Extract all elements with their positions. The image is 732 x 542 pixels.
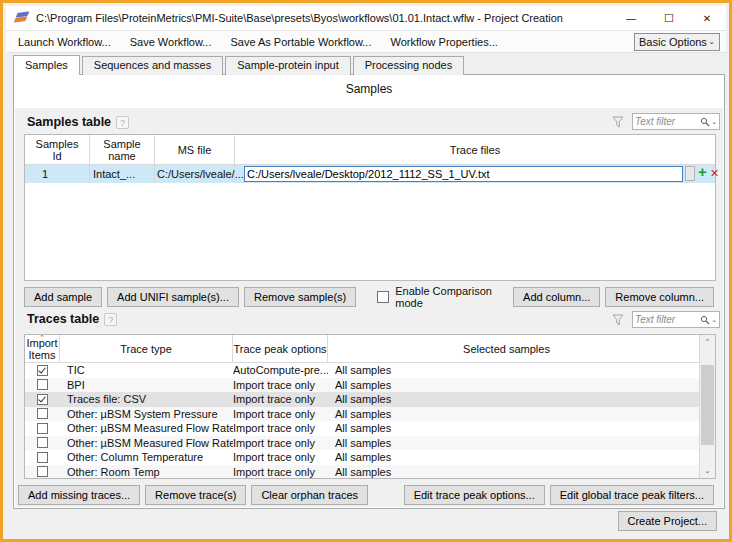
col-header-samples-id[interactable]: Samples Id: [25, 135, 90, 164]
trace-row[interactable]: Traces file: CSV Import trace only All s…: [25, 392, 699, 407]
save-workflow-button[interactable]: Save Workflow...: [130, 36, 212, 48]
sample-id-cell: 1: [25, 165, 90, 183]
add-column-button[interactable]: Add column...: [513, 287, 600, 307]
checkbox-icon[interactable]: [37, 379, 48, 390]
col-header-selected-samples[interactable]: Selected samples: [328, 335, 685, 362]
filter-funnel-icon[interactable]: [612, 314, 624, 327]
clear-orphan-traces-button[interactable]: Clear orphan traces: [251, 485, 368, 505]
trace-row[interactable]: Other: µBSM System Pressure Import trace…: [25, 407, 699, 422]
traces-table: ⌃ Import Items Trace type Trace peak opt…: [24, 334, 716, 479]
help-icon[interactable]: ?: [104, 313, 117, 326]
scroll-up-icon[interactable]: ⌃: [700, 335, 715, 349]
tab-samples[interactable]: Samples: [13, 55, 80, 75]
browse-trace-button[interactable]: [685, 166, 695, 181]
panel-heading: Samples: [14, 82, 724, 96]
filter-funnel-icon[interactable]: [612, 116, 624, 129]
samples-table: Samples Id Sample name MS file Trace fil…: [24, 134, 716, 281]
add-unifi-samples-button[interactable]: Add UNIFI sample(s)...: [107, 287, 239, 307]
search-icon: ⌄: [700, 315, 717, 325]
add-sample-button[interactable]: Add sample: [24, 287, 102, 307]
search-icon: ⌄: [700, 117, 717, 127]
samples-text-filter[interactable]: ⌄: [632, 113, 720, 130]
col-header-trace-files[interactable]: Trace files: [235, 135, 715, 164]
traces-table-title: Traces table ?: [27, 312, 117, 326]
checkbox-icon[interactable]: [37, 423, 48, 434]
close-button[interactable]: ✕: [688, 6, 726, 30]
traces-vertical-scrollbar[interactable]: ⌃ ⌄: [699, 335, 715, 478]
remove-column-button[interactable]: Remove column...: [605, 287, 714, 307]
samples-text-filter-input[interactable]: [635, 116, 695, 127]
trace-files-input[interactable]: [244, 166, 683, 182]
launch-workflow-button[interactable]: Launch Workflow...: [18, 36, 111, 48]
col-header-trace-type[interactable]: Trace type: [60, 335, 233, 362]
checkbox-icon[interactable]: [37, 394, 48, 405]
checkbox-icon[interactable]: [37, 408, 48, 419]
samples-table-header: Samples Id Sample name MS file Trace fil…: [25, 135, 715, 165]
remove-samples-button[interactable]: Remove sample(s): [244, 287, 356, 307]
add-trace-icon[interactable]: +: [698, 163, 707, 180]
ms-file-cell: C:/Users/lveale/...: [155, 165, 235, 183]
panel-body: Samples table ? ⌄ Samples Id Sample name…: [15, 108, 723, 507]
remove-traces-button[interactable]: Remove trace(s): [145, 485, 246, 505]
trace-row[interactable]: TIC AutoCompute-pre... All samples: [25, 363, 699, 378]
trace-row[interactable]: Other: µBSM Measured Flow Rate B Import …: [25, 436, 699, 451]
samples-table-title: Samples table ?: [27, 115, 129, 129]
scrollbar-thumb[interactable]: [701, 365, 714, 445]
sort-ascending-icon: ⌃: [25, 334, 59, 341]
window-title: C:\Program Files\ProteinMetrics\PMI-Suit…: [36, 12, 563, 24]
window-controls: — ☐ ✕: [612, 6, 726, 30]
checkbox-icon[interactable]: [377, 291, 389, 303]
edit-global-trace-peak-filters-button[interactable]: Edit global trace peak filters...: [550, 485, 714, 505]
minimize-button[interactable]: —: [612, 6, 650, 30]
options-dropdown[interactable]: Basic Options ⌄: [634, 33, 720, 51]
traces-button-row: Add missing traces... Remove trace(s) Cl…: [18, 484, 714, 505]
title-bar: C:\Program Files\ProteinMetrics\PMI-Suit…: [6, 6, 726, 30]
col-header-trace-peak-options[interactable]: Trace peak options: [233, 335, 328, 362]
enable-comparison-mode-checkbox[interactable]: Enable Comparison mode: [377, 285, 513, 309]
save-as-portable-workflow-button[interactable]: Save As Portable Workflow...: [230, 36, 371, 48]
samples-tab-panel: Samples Samples table ? ⌄ Samples Id: [13, 74, 725, 509]
tab-bar: Samples Sequences and masses Sample-prot…: [13, 56, 466, 75]
scroll-down-icon[interactable]: ⌄: [700, 464, 715, 478]
maximize-button[interactable]: ☐: [650, 6, 688, 30]
workflow-properties-button[interactable]: Workflow Properties...: [390, 36, 497, 48]
toolbar: Launch Workflow... Save Workflow... Save…: [6, 30, 726, 53]
traces-text-filter[interactable]: ⌄: [632, 311, 720, 328]
add-missing-traces-button[interactable]: Add missing traces...: [18, 485, 140, 505]
traces-table-header: ⌃ Import Items Trace type Trace peak opt…: [25, 335, 715, 363]
checkbox-icon[interactable]: [37, 452, 48, 463]
checkbox-icon[interactable]: [37, 466, 48, 477]
samples-button-row: Add sample Add UNIFI sample(s)... Remove…: [24, 286, 714, 307]
col-header-ms-file[interactable]: MS file: [155, 135, 235, 164]
trace-row[interactable]: Other: µBSM Measured Flow Rate A Import …: [25, 421, 699, 436]
window-frame: C:\Program Files\ProteinMetrics\PMI-Suit…: [0, 0, 732, 542]
trace-row[interactable]: Other: Column Temperature Import trace o…: [25, 450, 699, 465]
col-header-sample-name[interactable]: Sample name: [90, 135, 155, 164]
trace-row[interactable]: BPI Import trace only All samples: [25, 378, 699, 393]
app-icon: [14, 11, 29, 25]
traces-rows: TIC AutoCompute-pre... All samples BPI I…: [25, 363, 699, 478]
sample-row[interactable]: 1 Intact_... C:/Users/lveale/... + ✕: [25, 165, 715, 183]
traces-text-filter-input[interactable]: [635, 314, 695, 325]
chevron-down-icon: ⌄: [708, 37, 715, 46]
remove-trace-icon[interactable]: ✕: [710, 167, 719, 180]
col-header-import-items[interactable]: ⌃ Import Items: [25, 335, 60, 362]
enable-comparison-mode-label: Enable Comparison mode: [395, 285, 513, 309]
trace-row[interactable]: Other: Room Temp Import trace only All s…: [25, 465, 699, 479]
checkbox-icon[interactable]: [37, 365, 48, 376]
edit-trace-peak-options-button[interactable]: Edit trace peak options...: [404, 485, 545, 505]
sample-name-cell: Intact_...: [90, 165, 155, 183]
create-project-button[interactable]: Create Project...: [618, 511, 717, 531]
tab-sample-protein-input[interactable]: Sample-protein input: [225, 56, 351, 75]
options-dropdown-value: Basic Options: [639, 36, 707, 48]
tab-processing-nodes[interactable]: Processing nodes: [353, 56, 464, 75]
help-icon[interactable]: ?: [116, 116, 129, 129]
tab-sequences-and-masses[interactable]: Sequences and masses: [82, 56, 223, 75]
checkbox-icon[interactable]: [37, 437, 48, 448]
